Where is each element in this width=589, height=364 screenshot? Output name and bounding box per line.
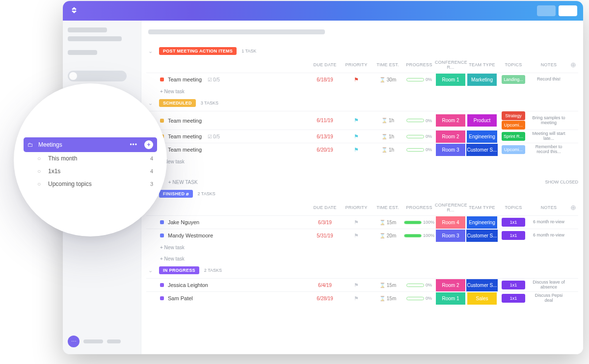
cell-conf[interactable]: Room 2	[435, 279, 466, 291]
show-closed-toggle[interactable]: SHOW CLOSED	[545, 180, 578, 184]
topic-tag[interactable]: 1x1	[502, 281, 525, 289]
cell-note[interactable]: Discuss Pepsi deal	[529, 292, 568, 305]
cell-conf[interactable]: Room 1	[435, 292, 466, 305]
cell-due[interactable]: 6/18/19	[309, 73, 341, 86]
cell-note[interactable]: Meeting will start late...	[529, 130, 568, 143]
sidebar-item-meetings[interactable]: 🗀 Meetings ••• +	[24, 137, 157, 152]
cell-conf[interactable]: Room 3	[435, 143, 466, 156]
cell-due[interactable]: 6/11/19	[309, 114, 341, 127]
cell-progress[interactable]: 0%	[403, 130, 435, 143]
cell-priority[interactable]: ⚑	[341, 292, 372, 305]
cell-due[interactable]: 6/20/19	[309, 143, 341, 156]
cell-progress[interactable]: 100%	[403, 229, 435, 242]
topic-tag[interactable]: 1x1	[502, 294, 525, 303]
cell-due[interactable]: 6/13/19	[309, 130, 341, 143]
cell-time[interactable]: ⌛15m	[372, 279, 403, 291]
col-due[interactable]: DUE DATE	[309, 62, 341, 67]
cell-topic[interactable]: 1x1	[498, 292, 529, 305]
cell-priority[interactable]: ⚑	[341, 216, 372, 229]
cell-due[interactable]: 6/3/19	[309, 216, 341, 229]
task-row[interactable]: Jake Nguyen 6/3/19 ⚑ ⌛15m 100% Room 4 En…	[146, 215, 578, 229]
col-team[interactable]: TEAM TYPE	[466, 62, 498, 67]
topic-tag[interactable]: Sprint R...	[502, 132, 525, 141]
collapse-icon[interactable]: ⌄	[146, 48, 154, 54]
cell-priority[interactable]: ⚑	[341, 229, 372, 242]
cell-conf[interactable]: Room 3	[435, 229, 466, 242]
cell-team[interactable]: Engineering	[466, 130, 498, 143]
cell-topic[interactable]: 1x1	[498, 216, 529, 229]
col-notes[interactable]: NOTES	[529, 205, 568, 210]
col-priority[interactable]: PRIORITY	[341, 62, 372, 67]
cell-topic[interactable]: Strategy Upcomi...	[498, 111, 529, 130]
cell-progress[interactable]: 0%	[403, 73, 435, 86]
sidebar-search[interactable]	[68, 71, 127, 81]
col-conf[interactable]: CONFERENCE R...	[435, 203, 466, 212]
new-task-button[interactable]: + New task	[146, 253, 578, 264]
cell-team[interactable]: Sales	[466, 292, 498, 305]
col-conf[interactable]: CONFERENCE R...	[435, 60, 466, 70]
task-row[interactable]: Team meeting ☑0/5 6/13/19 ⚑ ⌛1h 0% Room …	[146, 130, 578, 143]
new-task-button[interactable]: + New task	[146, 156, 578, 167]
cell-team[interactable]: Customer S...	[466, 143, 498, 156]
status-chip[interactable]: IN PROGRESS	[159, 266, 199, 274]
cell-note[interactable]: Discuss leave of absence	[529, 279, 568, 291]
collapse-icon[interactable]: ⌄	[146, 267, 154, 274]
cell-progress[interactable]: 0%	[403, 114, 435, 127]
cell-priority[interactable]: ⚑	[341, 114, 372, 127]
new-task-button[interactable]: + NEW TASK	[168, 180, 198, 185]
add-column-icon[interactable]: ⊕	[568, 61, 578, 69]
topbar-button-1[interactable]	[537, 5, 556, 16]
cell-topic[interactable]: 1x1	[498, 229, 529, 242]
cell-topic[interactable]: Landing...	[498, 73, 529, 86]
task-row[interactable]: Team meeting 6/11/19 ⚑ ⌛1h 0% Room 2 Pro…	[146, 111, 578, 130]
task-row[interactable]: Team meeting ☑0/5 6/18/19 ⚑ ⌛30m 0% Room…	[146, 73, 578, 86]
cell-team[interactable]: Product	[466, 114, 498, 127]
sidebar-item[interactable]: ○ This month 4	[24, 152, 157, 165]
chat-icon[interactable]: ⋯	[68, 336, 80, 347]
topic-tag[interactable]: Upcomi...	[502, 145, 525, 154]
new-task-button[interactable]: + New task	[146, 242, 578, 253]
col-priority[interactable]: PRIORITY	[341, 205, 372, 210]
col-topics[interactable]: TOPICS	[498, 205, 529, 210]
status-chip[interactable]: FINISHED ⌀	[159, 190, 193, 198]
more-icon[interactable]: •••	[130, 141, 137, 148]
cell-note[interactable]: Bring samples to meeting	[529, 114, 568, 127]
add-icon[interactable]: +	[144, 140, 153, 149]
cell-topic[interactable]: Upcomi...	[498, 143, 529, 156]
cell-conf[interactable]: Room 2	[435, 130, 466, 143]
cell-time[interactable]: ⌛1h	[372, 143, 403, 156]
cell-priority[interactable]: ⚑	[341, 130, 372, 143]
cell-time[interactable]: ⌛1h	[372, 130, 403, 143]
cell-note[interactable]: 6 month re-view	[529, 216, 568, 229]
cell-team[interactable]: Engineering	[466, 216, 498, 229]
col-progress[interactable]: PROGRESS	[403, 62, 435, 67]
sidebar-item[interactable]: ○ Upcoming topics 3	[24, 178, 157, 190]
cell-progress[interactable]: 0%	[403, 279, 435, 291]
sidebar-item[interactable]: ○ 1x1s 4	[24, 165, 157, 178]
cell-time[interactable]: ⌛1h	[372, 114, 403, 127]
cell-topic[interactable]: 1x1	[498, 279, 529, 291]
status-chip[interactable]: SCHEDULED	[159, 99, 196, 107]
cell-progress[interactable]: 0%	[403, 143, 435, 156]
task-row[interactable]: Team meeting 6/20/19 ⚑ ⌛1h 0% Room 3 Cus…	[146, 143, 578, 156]
cell-priority[interactable]: ⚑	[341, 73, 372, 86]
cell-time[interactable]: ⌛15m	[372, 292, 403, 305]
col-due[interactable]: DUE DATE	[309, 205, 341, 210]
new-task-button[interactable]: + New task	[146, 86, 578, 97]
cell-due[interactable]: 6/4/19	[309, 279, 341, 291]
topbar-button-2[interactable]	[559, 5, 577, 16]
task-row[interactable]: Mandy Westmoore 5/31/19 ⚑ ⌛20m 100% Room…	[146, 229, 578, 242]
status-chip[interactable]: POST MEETING ACTION ITEMS	[159, 47, 237, 55]
cell-due[interactable]: 6/28/19	[309, 292, 341, 305]
col-notes[interactable]: NOTES	[529, 62, 568, 67]
cell-time[interactable]: ⌛15m	[372, 216, 403, 229]
cell-time[interactable]: ⌛20m	[372, 229, 403, 242]
cell-note[interactable]: Remember to record this...	[529, 143, 568, 156]
cell-team[interactable]: Customer S...	[466, 279, 498, 291]
cell-team[interactable]: Customer S...	[466, 229, 498, 242]
cell-progress[interactable]: 0%	[403, 292, 435, 305]
topic-tag[interactable]: Landing...	[502, 75, 525, 84]
cell-time[interactable]: ⌛30m	[372, 73, 403, 86]
add-column-icon[interactable]: ⊕	[568, 204, 578, 211]
col-team[interactable]: TEAM TYPE	[466, 205, 498, 210]
